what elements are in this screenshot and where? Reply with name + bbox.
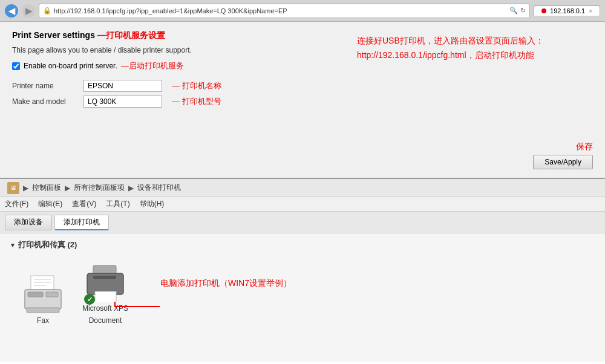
add-printer-button[interactable]: 添加打印机 [54,215,109,230]
menu-view[interactable]: 查看(V) [72,199,96,209]
section-title-cn: —打印机服务设置 [97,30,165,40]
browser-tab[interactable]: 192.168.0.1 × [534,5,600,16]
expand-triangle: ▼ [10,242,16,249]
menu-bar: 文件(F) 编辑(E) 查看(V) 工具(T) 帮助(H) [0,197,605,212]
annotation-cn-text: 电脑添加打印机（WIN7设置举例） [160,278,292,289]
windows-section: 🖥 ▶ 控制面板 ▶ 所有控制面板项 ▶ 设备和打印机 文件(F) 编辑(E) … [0,179,605,362]
fax-label: Fax [37,316,49,326]
printer-name-cn: — 打印机名称 [172,80,221,91]
printers-heading: ▼ 打印机和传真 (2) [10,239,595,250]
printer-name-label: Printer name [12,82,79,90]
fax-icon [22,275,64,314]
svg-rect-6 [28,292,43,297]
printer-name-row: Printer name — 打印机名称 [12,80,593,92]
printer-name-input[interactable] [83,80,162,92]
forward-button[interactable]: ▶ [22,4,35,18]
breadcrumb-arrow-2: ▶ [65,184,70,192]
menu-edit[interactable]: 编辑(E) [38,199,62,209]
tab-label: 192.168.0.1 [550,7,585,15]
breadcrumb-arrow-3: ▶ [128,184,134,192]
svg-rect-7 [27,308,59,313]
breadcrumb-1[interactable]: 控制面板 [32,183,61,193]
xps-printer-label-line2: Document [89,316,122,326]
breadcrumb-2[interactable]: 所有控制面板项 [74,183,125,193]
xps-printer-icon-container: ✓ [84,262,126,302]
breadcrumb-bar: 🖥 ▶ 控制面板 ▶ 所有控制面板项 ▶ 设备和打印机 [0,179,605,197]
vodafone-dot [541,8,546,13]
printer-icons-row: Fax ✓ [10,258,595,330]
make-model-row: Make and model — 打印机型号 [12,96,593,108]
search-icon: 🔍 [509,7,518,15]
menu-help[interactable]: 帮助(H) [140,199,165,209]
tab-close-button[interactable]: × [589,8,592,15]
right-annotation-line2: http://192.168.0.1/ippcfg.html，启动打印机功能 [357,48,587,63]
lock-icon: 🔒 [43,7,51,15]
breadcrumb-icon: 🖥 [7,182,19,194]
fax-icon-container [22,275,64,314]
windows-toolbar: 添加设备 添加打印机 [0,212,605,233]
make-model-cn: — 打印机型号 [172,96,221,107]
default-printer-badge: ✓ [84,294,95,305]
right-annotation: 连接好USB打印机，进入路由器设置页面后输入： http://192.168.0… [357,34,587,63]
breadcrumb-arrow-1: ▶ [23,184,28,192]
menu-tools[interactable]: 工具(T) [106,199,129,209]
fax-item[interactable]: Fax [22,275,64,326]
url-text: http://192.168.0.1/ippcfg.ipp?ipp_enable… [54,7,507,15]
print-server-section: Print Server settings —打印机服务设置 This page… [0,22,605,179]
xps-printer-item[interactable]: ✓ Microsoft XPS Document [82,262,128,325]
save-cn-label: 保存 [533,141,593,152]
printers-section: ▼ 打印机和传真 (2) 电脑添加打印机（WIN7设置举例） [0,233,605,336]
svg-rect-10 [93,276,116,279]
back-button[interactable]: ◀ [5,4,18,18]
svg-rect-5 [46,292,58,297]
enable-cn-label: —启动打印机服务 [121,60,184,71]
refresh-icon: ↻ [520,7,526,15]
menu-file[interactable]: 文件(F) [5,199,28,209]
address-bar[interactable]: 🔒 http://192.168.0.1/ippcfg.ipp?ipp_enab… [39,4,530,18]
save-area: 保存 Save/Apply [533,141,593,169]
save-apply-button[interactable]: Save/Apply [533,155,593,169]
svg-rect-11 [95,291,116,302]
browser-chrome: ◀ ▶ 🔒 http://192.168.0.1/ippcfg.ipp?ipp_… [0,0,605,22]
printers-heading-text: 打印机和传真 (2) [18,239,77,250]
make-model-label: Make and model [12,97,79,106]
add-device-button[interactable]: 添加设备 [5,215,52,230]
make-model-input[interactable] [83,96,162,108]
section-title-en: Print Server settings [12,30,95,40]
breadcrumb-3[interactable]: 设备和打印机 [137,183,181,193]
enable-label: Enable on-board print server. [24,62,117,70]
right-annotation-line1: 连接好USB打印机，进入路由器设置页面后输入： [357,34,587,48]
enable-checkbox[interactable] [12,62,20,70]
